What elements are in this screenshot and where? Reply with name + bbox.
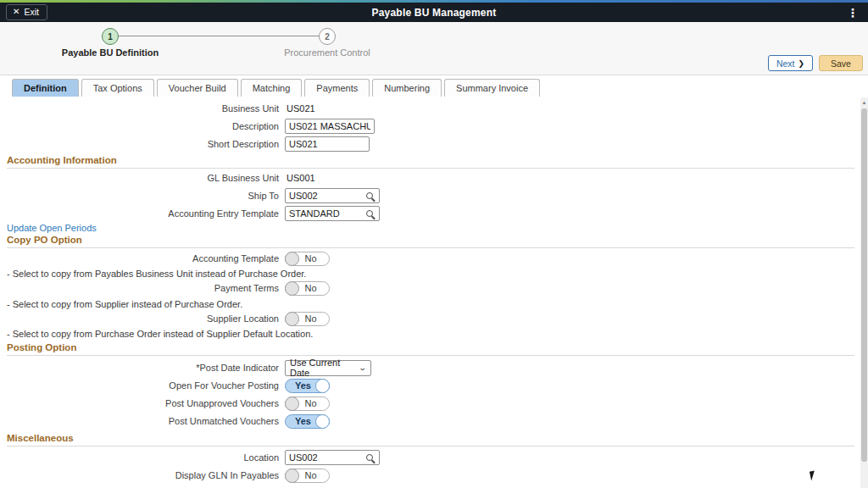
toggle-state-text: No (298, 398, 316, 408)
toggle-knob (285, 252, 299, 266)
exit-button[interactable]: ✕ Exit (6, 4, 47, 20)
post-date-indicator-value: Use Current Date (290, 358, 359, 378)
close-icon: ✕ (13, 8, 19, 16)
accounting-entry-template-input[interactable] (286, 208, 366, 219)
copy-po-note-3: - Select to copy from Purchase Order ins… (7, 327, 313, 341)
toggle-state-text: No (298, 283, 316, 293)
lookup-magnifier-icon[interactable] (366, 192, 373, 199)
toggle-knob (285, 312, 299, 326)
next-label: Next (776, 58, 795, 69)
description-row: Description (0, 118, 375, 135)
ship-to-row: Ship To (0, 187, 380, 204)
definition-form: Business Unit US021 Description Short De… (0, 97, 868, 488)
payment-terms-toggle[interactable]: No (285, 281, 330, 296)
post-unapproved-vouchers-toggle[interactable]: No (285, 396, 330, 411)
short-description-input[interactable] (285, 136, 370, 152)
page-title: Payable BU Management (372, 7, 497, 19)
ship-to-field (285, 188, 380, 203)
toggle-knob (315, 414, 330, 429)
toggle-state-text: No (298, 253, 316, 263)
vertical-scrollbar[interactable]: ▲ (860, 97, 868, 488)
posting-option-heading: Posting Option (7, 342, 854, 356)
page-tabbar: Definition Tax Options Voucher Build Mat… (0, 75, 868, 97)
step-1-indicator[interactable]: 1 (102, 28, 119, 45)
toggle-knob (285, 281, 299, 296)
short-description-row: Short Description (0, 136, 370, 152)
accounting-template-row: Accounting Template No (0, 250, 330, 267)
accounting-entry-template-row: Accounting Entry Template (0, 205, 380, 222)
stepper-connector (118, 36, 320, 36)
save-button[interactable]: Save (819, 55, 863, 71)
step-1-label: Payable BU Definition (42, 47, 178, 58)
open-for-voucher-posting-row: Open For Voucher Posting Yes (0, 377, 330, 394)
post-unmatched-vouchers-label: Post Unmatched Vouchers (0, 416, 282, 426)
business-unit-label: Business Unit (0, 103, 282, 114)
post-unmatched-vouchers-toggle[interactable]: Yes (285, 414, 330, 429)
payment-terms-row: Payment Terms No (0, 280, 330, 297)
lookup-magnifier-icon[interactable] (366, 210, 373, 217)
lookup-magnifier-icon[interactable] (366, 454, 373, 461)
tab-summary-invoice[interactable]: Summary Invoice (444, 79, 540, 97)
display-gln-row: Display GLN In Payables No (0, 467, 330, 484)
step-1-number: 1 (108, 32, 113, 42)
business-unit-value: US021 (287, 103, 315, 114)
chevron-right-icon: ❯ (798, 59, 805, 68)
location-field (285, 450, 380, 465)
accounting-entry-template-label: Accounting Entry Template (0, 208, 282, 219)
copy-po-note-2: - Select to copy from Supplier instead o… (7, 297, 242, 311)
display-gln-toggle[interactable]: No (285, 469, 330, 483)
titlebar: ✕ Exit Payable BU Management ⋮ (0, 3, 868, 22)
short-description-label: Short Description (0, 139, 282, 149)
gl-business-unit-label: GL Business Unit (0, 173, 282, 183)
display-gln-label: Display GLN In Payables (0, 470, 282, 480)
location-label: Location (0, 452, 282, 463)
accounting-template-toggle[interactable]: No (285, 252, 330, 266)
scroll-up-arrow-icon[interactable]: ▲ (860, 100, 868, 105)
scrollbar-thumb[interactable] (861, 108, 867, 462)
ship-to-input[interactable] (286, 191, 366, 201)
tab-numbering[interactable]: Numbering (372, 79, 442, 97)
toggle-state-text: No (298, 470, 316, 480)
tab-payments[interactable]: Payments (304, 79, 370, 97)
next-button[interactable]: Next ❯ (768, 55, 813, 71)
post-unmatched-vouchers-row: Post Unmatched Vouchers Yes (0, 413, 330, 430)
post-date-indicator-select[interactable]: Use Current Date ⌄ (285, 360, 371, 376)
step-2-label: Procurement Control (259, 47, 395, 58)
location-row: Location (0, 449, 380, 466)
tab-tax-options[interactable]: Tax Options (81, 79, 154, 97)
ship-to-label: Ship To (0, 191, 282, 201)
accounting-template-label: Accounting Template (0, 253, 282, 263)
exit-label: Exit (24, 7, 39, 17)
payable-bu-management-screen: ✕ Exit Payable BU Management ⋮ 1 2 Payab… (0, 0, 868, 488)
tab-definition[interactable]: Definition (12, 79, 79, 97)
accounting-information-heading: Accounting Information (7, 155, 854, 169)
location-input[interactable] (286, 452, 366, 463)
open-for-voucher-posting-toggle[interactable]: Yes (285, 379, 330, 393)
update-open-periods-link[interactable]: Update Open Periods (7, 221, 97, 235)
wizard-header: 1 2 Payable BU Definition Procurement Co… (0, 22, 868, 75)
copy-po-note-1: - Select to copy from Payables Business … (7, 267, 306, 280)
miscellaneous-heading: Miscellaneous (7, 433, 854, 446)
business-unit-row: Business Unit US021 (0, 100, 315, 117)
supplier-location-toggle[interactable]: No (285, 312, 330, 326)
tab-matching[interactable]: Matching (241, 79, 303, 97)
accounting-entry-template-field (285, 206, 380, 221)
post-unapproved-vouchers-row: Post Unapproved Vouchers No (0, 395, 330, 412)
open-for-voucher-posting-label: Open For Voucher Posting (0, 380, 282, 391)
kebab-menu-icon[interactable]: ⋮ (847, 7, 859, 19)
description-input[interactable] (285, 119, 375, 134)
toggle-state-text: No (298, 313, 316, 324)
toggle-knob (285, 469, 299, 483)
supplier-location-row: Supplier Location No (0, 310, 330, 327)
post-date-indicator-row: *Post Date Indicator Use Current Date ⌄ (0, 359, 371, 376)
step-2-number: 2 (325, 32, 330, 42)
toggle-knob (285, 396, 299, 411)
post-unapproved-vouchers-label: Post Unapproved Vouchers (0, 398, 282, 408)
chevron-down-icon: ⌄ (359, 363, 367, 372)
payment-terms-label: Payment Terms (0, 283, 282, 293)
step-2-indicator[interactable]: 2 (319, 28, 336, 45)
tab-voucher-build[interactable]: Voucher Build (157, 79, 238, 97)
toggle-knob (315, 379, 330, 393)
gl-business-unit-value: US001 (287, 173, 315, 183)
gl-business-unit-row: GL Business Unit US001 (0, 169, 315, 186)
